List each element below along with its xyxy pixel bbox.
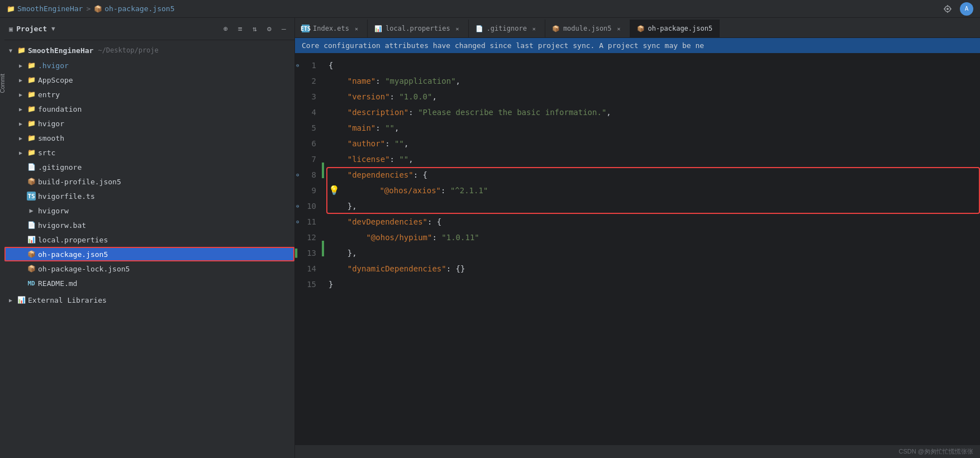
- project-icon: 📁: [7, 5, 15, 13]
- hvigor2-folder-icon: 📁: [27, 119, 36, 128]
- appscope-label: AppScope: [38, 76, 73, 84]
- hvigorwbat-label: hvigorw.bat: [38, 221, 86, 230]
- tab-gitignore-icon: 📄: [475, 25, 483, 32]
- hvigor-label: .hvigor: [38, 61, 69, 70]
- code-line-2: "name" : "myapplication" ,: [329, 73, 980, 89]
- file-icon: 📦: [94, 5, 102, 13]
- sidebar-item-hvigor2[interactable]: ▶ 📁 hvigor: [4, 116, 294, 131]
- avatar-icon-btn[interactable]: A: [960, 2, 973, 16]
- code-line-14: "dynamicDependencies" : {}: [329, 261, 980, 276]
- sidebar-item-external[interactable]: ▶ 📊 External Libraries: [4, 293, 294, 307]
- gitignore-file-icon: 📄: [27, 163, 36, 171]
- foundation-folder-icon: 📁: [27, 104, 36, 113]
- fold-8[interactable]: ⊖: [296, 167, 299, 183]
- hvigorfile-label: hvigorfile.ts: [38, 192, 95, 201]
- code-line-3: "version" : "1.0.0" ,: [329, 89, 980, 104]
- sidebar-item-buildprofile[interactable]: ▶ 📦 build-profile.json5: [4, 174, 294, 189]
- top-right-icons: A: [940, 1, 973, 17]
- add-icon-btn[interactable]: ⊕: [220, 23, 232, 35]
- tab-modulejson5[interactable]: 📦 module.json5 ✕: [545, 20, 630, 37]
- fold-11[interactable]: ⊖: [296, 214, 299, 230]
- tab-modulejson5-icon: 📦: [552, 25, 560, 32]
- entry-folder-icon: 📁: [27, 90, 36, 99]
- sidebar-item-hvigorwbat[interactable]: ▶ 📄 hvigorw.bat: [4, 218, 294, 232]
- hvigorfile-file-icon: TS: [27, 192, 36, 201]
- line-4: 4: [295, 104, 322, 120]
- sidebar-item-readme[interactable]: ▶ MD README.md: [4, 276, 294, 290]
- hvigor2-chevron: ▶: [17, 120, 25, 127]
- root-folder-icon: 📁: [17, 46, 26, 55]
- sidebar-item-appscope[interactable]: ▶ 📁 AppScope: [4, 73, 294, 87]
- srtc-chevron: ▶: [17, 149, 25, 156]
- tab-localprops[interactable]: 📊 local.properties ✕: [368, 20, 469, 37]
- ohpackagelock-file-icon: 📦: [27, 264, 36, 273]
- breadcrumb-file-label: oh-package.json5: [104, 4, 174, 13]
- root-path: ~/Desktop/proje: [98, 46, 158, 54]
- hvigorwbat-file-icon: 📄: [27, 221, 36, 230]
- line-7: 7: [295, 151, 322, 167]
- location-icon-btn[interactable]: [940, 1, 955, 17]
- code-line-1: {: [329, 58, 980, 73]
- external-label: External Libraries: [28, 296, 107, 304]
- foundation-chevron: ▶: [17, 105, 25, 113]
- hvigor-chevron: ▶: [17, 61, 25, 69]
- file-tree: ▼ 📁 SmoothEngineHar ~/Desktop/proje ▶ 📁 …: [4, 40, 294, 458]
- breadcrumb-file[interactable]: 📦 oh-package.json5: [94, 4, 174, 13]
- highlight-region: "dependencies" : { 💡 "@ohos/axios" : "^2…: [329, 167, 980, 214]
- tab-gitignore[interactable]: 📄 .gitignore ✕: [469, 20, 545, 37]
- breadcrumb-root-label: SmoothEngineHar: [17, 4, 83, 13]
- sort-btn[interactable]: ⇅: [249, 23, 261, 35]
- collapse-all-btn[interactable]: ≡: [234, 23, 246, 35]
- bulb-icon[interactable]: 💡: [329, 183, 340, 198]
- tab-index-close[interactable]: ✕: [353, 25, 360, 32]
- close-btn[interactable]: —: [278, 23, 290, 35]
- line-13: ▌ 13: [295, 245, 322, 261]
- tab-gitignore-close[interactable]: ✕: [530, 25, 538, 32]
- code-editor[interactable]: ⊖ 1 2 3 4 5 6 7 ⊖ 8 9 ⊖ 10 ⊖: [295, 53, 980, 445]
- sidebar-item-srtc[interactable]: ▶ 📁 srtc: [4, 145, 294, 160]
- tab-gitignore-label: .gitignore: [487, 25, 527, 32]
- tree-root[interactable]: ▼ 📁 SmoothEngineHar ~/Desktop/proje: [4, 42, 294, 58]
- tab-localprops-close[interactable]: ✕: [454, 25, 462, 32]
- sidebar-item-entry[interactable]: ▶ 📁 entry: [4, 87, 294, 102]
- sidebar-dropdown-icon[interactable]: ▼: [51, 25, 55, 32]
- notification-bar: Core configuration attributes have chang…: [295, 38, 980, 53]
- sidebar-item-localproperties[interactable]: ▶ 📊 local.properties: [4, 232, 294, 247]
- line-1: ⊖ 1: [295, 58, 322, 73]
- breadcrumb-root[interactable]: 📁 SmoothEngineHar: [7, 4, 83, 13]
- gitignore-label: .gitignore: [38, 163, 82, 171]
- sidebar-item-gitignore[interactable]: ▶ 📄 .gitignore: [4, 160, 294, 174]
- left-vertical-strip: Commit: [0, 18, 4, 458]
- line-8: ⊖ 8: [295, 167, 322, 183]
- line-5: 5: [295, 120, 322, 136]
- fold-1[interactable]: ⊖: [296, 58, 299, 73]
- sidebar-item-ohpackage[interactable]: ▶ 📦 oh-package.json5: [4, 247, 294, 261]
- tab-modulejson5-close[interactable]: ✕: [615, 25, 623, 32]
- tab-localprops-label: local.properties: [386, 25, 450, 32]
- tab-ohpackage-icon: 📦: [637, 25, 645, 32]
- sidebar-item-hvigorfile[interactable]: ▶ TS hvigorfile.ts: [4, 189, 294, 203]
- sidebar-item-ohpackagelock[interactable]: ▶ 📦 oh-package-lock.json5: [4, 261, 294, 276]
- sidebar-item-smooth[interactable]: ▶ 📁 smooth: [4, 131, 294, 145]
- tab-index[interactable]: ETS Index.ets ✕: [295, 20, 368, 37]
- code-line-12: "@ohos/hypium" : "1.0.11": [329, 230, 980, 245]
- fold-10[interactable]: ⊖: [296, 198, 299, 214]
- sidebar-item-hvigor[interactable]: ▶ 📁 .hvigor: [4, 58, 294, 73]
- sidebar: ▣ Project ▼ ⊕ ≡ ⇅ ⚙ — ▼ 📁 SmoothEngineHa…: [4, 18, 295, 458]
- sidebar-item-hvigorw[interactable]: ▶ ▶ hvigorw: [4, 203, 294, 218]
- code-line-13: },: [329, 245, 980, 261]
- sidebar-header: ▣ Project ▼ ⊕ ≡ ⇅ ⚙ —: [4, 18, 294, 40]
- ohpackage-label: oh-package.json5: [38, 250, 108, 259]
- sidebar-item-foundation[interactable]: ▶ 📁 foundation: [4, 102, 294, 116]
- line-9: 9: [295, 183, 322, 198]
- line-11: ⊖ 11: [295, 214, 322, 230]
- buildprofile-label: build-profile.json5: [38, 178, 121, 186]
- notification-text: Core configuration attributes have chang…: [302, 41, 704, 50]
- tab-ohpackage[interactable]: 📦 oh-package.json5: [630, 20, 720, 37]
- hvigorw-file-icon: ▶: [27, 206, 36, 215]
- line-14: 14: [295, 261, 322, 276]
- gutter-13: ▌: [295, 245, 297, 261]
- breadcrumb-bar: 📁 SmoothEngineHar > 📦 oh-package.json5 A: [0, 0, 980, 18]
- settings-btn[interactable]: ⚙: [263, 23, 275, 35]
- commit-tab[interactable]: Commit: [0, 74, 6, 93]
